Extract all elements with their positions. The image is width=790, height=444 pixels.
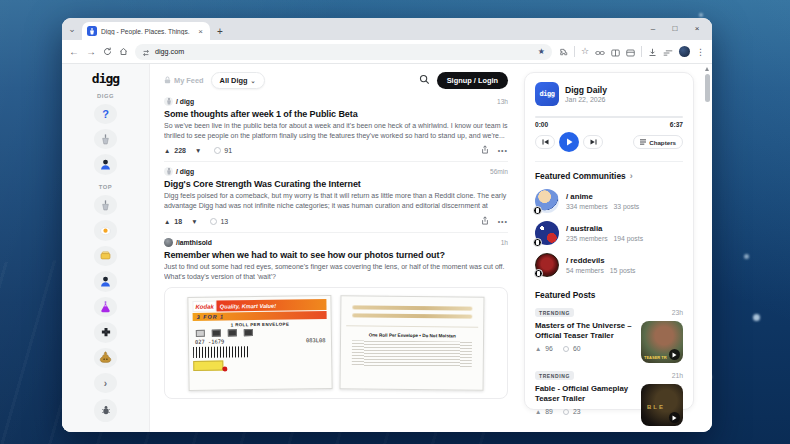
comments-button[interactable]: 91 (214, 147, 232, 154)
page-scrollbar[interactable] (703, 65, 711, 431)
post-title[interactable]: Remember when we had to wait to see how … (164, 250, 508, 260)
post-title[interactable]: Some thoughts after week 1 of the Public… (164, 109, 508, 119)
video-thumbnail[interactable]: BLE (641, 384, 683, 426)
australia-community-avatar (535, 221, 559, 245)
address-bar[interactable]: digg.com ★ (135, 44, 552, 60)
scrollbar-thumb[interactable] (705, 74, 710, 102)
browser-tab[interactable]: Digg - People. Places. Things. × (82, 22, 210, 40)
player-date: Jan 22, 2026 (565, 96, 607, 103)
upvote-icon[interactable]: ▲ (164, 147, 170, 154)
featured-post-title[interactable]: Masters of The Universe – Official Tease… (535, 321, 635, 341)
shovel-badge-icon (533, 238, 542, 247)
video-thumbnail[interactable]: TEASER TR (641, 321, 683, 363)
downvote-icon[interactable]: ▼ (191, 218, 197, 225)
download-icon[interactable] (648, 43, 657, 61)
feed-filter-dropdown[interactable]: All Digg ⌄ (211, 72, 265, 89)
post-image[interactable]: Kodak Quality, Kmart Value! 3 FOR 1 1 RO… (164, 287, 508, 399)
post-title[interactable]: Digg's Core Strength Was Curating the In… (164, 179, 508, 189)
post-time: 56min (490, 168, 508, 175)
shovel-icon[interactable] (94, 129, 117, 149)
digg-logo[interactable]: digg (92, 71, 119, 86)
extensions-icon[interactable] (559, 43, 568, 61)
comments-button[interactable]: 13 (210, 218, 228, 225)
more-options-icon[interactable]: ••• (498, 218, 508, 225)
share-icon[interactable] (481, 145, 489, 155)
post-count: 33 posts (614, 203, 640, 210)
toolbar-divider (641, 46, 642, 57)
upvote-icon[interactable]: ▲ (535, 345, 541, 352)
downvote-icon[interactable]: ▼ (195, 147, 201, 154)
minimize-button[interactable]: – (642, 18, 664, 40)
link-icon[interactable] (595, 43, 605, 61)
upvote-icon[interactable]: ▲ (535, 408, 541, 415)
share-icon[interactable] (481, 216, 489, 226)
upvote-icon[interactable]: ▲ (164, 218, 170, 225)
kodak-roll-note: 1 ROLL PER ENVELOPE (192, 321, 326, 328)
featured-post-title[interactable]: Fable - Official Gameplay Teaser Trailer (535, 384, 635, 404)
tab-search-button[interactable]: ⌄ (62, 18, 82, 40)
window-close-button[interactable]: × (686, 18, 708, 40)
poop-icon[interactable] (94, 348, 117, 368)
featured-communities-header[interactable]: Featured Communities › (535, 171, 683, 181)
kodak-promo-text: 3 FOR 1 (196, 313, 223, 319)
post-count: 15 posts (610, 267, 636, 274)
browser-toolbar: ← → digg.com ★ ☆ (62, 40, 712, 64)
question-icon[interactable]: ? (94, 104, 117, 124)
play-overlay-icon (669, 349, 680, 360)
kodak-envelope-front: Kodak Quality, Kmart Value! 3 FOR 1 1 RO… (187, 295, 333, 391)
community-row[interactable]: / anime 334 members 33 posts (535, 189, 683, 213)
upvote-count: 18 (174, 218, 182, 225)
sidebar-bottom (94, 396, 117, 424)
bokeh-dot (753, 314, 760, 321)
community-name[interactable]: / digg (176, 168, 194, 175)
search-icon[interactable] (419, 71, 430, 89)
community-row[interactable]: / reddevils 54 members 15 posts (535, 253, 683, 277)
community-name[interactable]: / digg (176, 98, 194, 105)
forward-icon[interactable]: → (86, 47, 96, 57)
play-button[interactable] (559, 132, 579, 152)
tab-close-icon[interactable]: × (196, 27, 205, 36)
featured-post-row[interactable]: TRENDING 23h Masters of The Universe – O… (535, 308, 683, 363)
shovel-icon[interactable] (94, 195, 117, 215)
digg-sidebar: digg DIGG ? TOP (62, 64, 150, 432)
game-controller-icon[interactable] (94, 322, 117, 342)
potion-flask-icon[interactable] (94, 297, 117, 317)
diver-icon[interactable] (94, 271, 117, 291)
reload-icon[interactable] (103, 47, 112, 56)
comment-count: 23 (573, 408, 581, 415)
new-tab-button[interactable]: + (210, 22, 230, 40)
skip-back-button[interactable] (535, 135, 555, 149)
butter-icon[interactable] (94, 246, 117, 266)
home-icon[interactable] (119, 47, 128, 56)
community-row[interactable]: / australia 235 members 194 posts (535, 221, 683, 245)
media-controls-icon[interactable] (663, 43, 673, 61)
right-panel: digg Digg Daily Jan 22, 2026 0:00 6:37 (524, 72, 694, 410)
reading-list-icon[interactable] (611, 43, 620, 61)
back-icon[interactable]: ← (69, 47, 79, 57)
fried-egg-icon[interactable] (94, 220, 117, 240)
bookmark-star-icon[interactable]: ★ (538, 47, 545, 56)
save-box-icon[interactable] (626, 43, 635, 61)
featured-post-row[interactable]: TRENDING 21h Fable - Official Gameplay T… (535, 371, 683, 426)
scroll-up-arrow[interactable] (705, 67, 709, 71)
chapters-button[interactable]: Chapters (633, 135, 683, 149)
community-name[interactable]: /iamthisold (176, 239, 212, 246)
maximize-button[interactable]: □ (664, 18, 686, 40)
menu-icon[interactable]: ⋮ (696, 47, 705, 57)
shovel-badge-icon (533, 206, 542, 215)
star-outline-icon[interactable]: ☆ (581, 47, 589, 56)
my-feed-tab[interactable]: My Feed (164, 76, 204, 85)
progress-bar[interactable] (535, 116, 683, 118)
signup-login-button[interactable]: Signup / Login (437, 72, 508, 89)
envelope-note: One Roll Per Envelope • Do Not Moisten (346, 332, 478, 338)
expand-sidebar-button[interactable]: › (94, 373, 117, 393)
comment-icon (210, 218, 217, 225)
player-title: Digg Daily (565, 85, 607, 95)
skip-forward-button[interactable] (583, 135, 603, 149)
more-options-icon[interactable]: ••• (498, 147, 508, 154)
site-info-icon[interactable] (142, 43, 150, 61)
profile-avatar[interactable] (679, 46, 690, 57)
bug-report-icon[interactable] (94, 399, 117, 422)
diver-icon[interactable] (94, 154, 117, 174)
total-duration: 6:37 (670, 121, 683, 128)
